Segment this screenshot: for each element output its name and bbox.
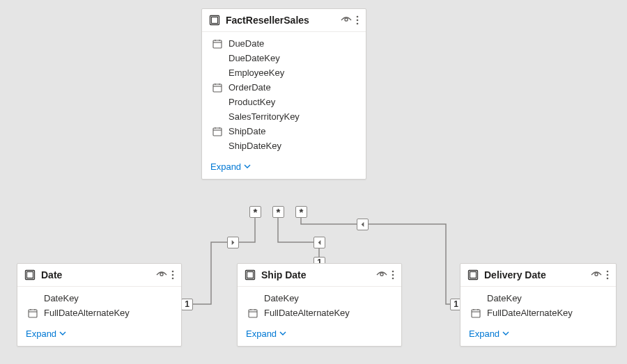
field-label: ShipDate [229,126,265,136]
field-row[interactable]: FullDateAlternateKey [17,306,181,320]
svg-rect-19 [27,272,33,278]
chevron-down-icon [502,329,509,339]
date-field-icon [212,39,223,49]
cardinality-many: * [295,206,307,218]
field-label: EmployeeKey [229,68,284,78]
expand-button[interactable]: Expand [246,329,286,339]
more-options-icon[interactable] [356,15,359,25]
field-row[interactable]: EmployeeKey [202,65,366,80]
svg-point-20 [160,273,163,276]
table-fact-reseller-sales[interactable]: FactResellerSales DueDate DueDateKey Emp… [201,8,366,180]
table-delivery-date[interactable]: Delivery Date DateKey FullDateAlternateK… [460,263,617,347]
svg-point-41 [607,271,609,273]
field-label: OrderDate [229,82,271,93]
field-label: FullDateAlternateKey [487,308,573,318]
table-icon [24,269,36,280]
expand-button[interactable]: Expand [469,329,509,339]
table-icon [209,15,220,26]
visibility-icon[interactable] [156,271,167,279]
field-label: ProductKey [229,97,275,107]
svg-rect-10 [213,84,222,92]
field-row[interactable]: ProductKey [202,95,366,109]
svg-rect-14 [213,128,222,136]
table-title: Delivery Date [484,269,585,280]
table-title: FactResellerSales [226,15,335,26]
svg-rect-29 [247,272,254,278]
table-icon [245,269,256,280]
field-label: FullDateAlternateKey [44,308,130,318]
field-list: DateKey FullDateAlternateKey [17,287,181,324]
more-options-icon[interactable] [171,270,174,280]
table-header[interactable]: FactResellerSales [202,9,366,32]
table-header[interactable]: Delivery Date [460,264,616,287]
field-label: FullDateAlternateKey [264,308,350,318]
svg-point-5 [357,23,359,25]
field-label: DueDate [229,38,264,49]
table-header[interactable]: Date [17,264,181,287]
field-label: DateKey [487,293,522,303]
svg-point-32 [392,274,394,276]
field-row[interactable]: OrderDate [202,80,366,95]
filter-direction-icon [314,237,325,248]
svg-point-22 [172,274,174,276]
field-row[interactable]: FullDateAlternateKey [238,306,401,320]
table-date[interactable]: Date DateKey FullDateAlternateKey Expand [17,263,182,347]
svg-point-31 [392,271,394,273]
date-field-icon [27,308,38,318]
field-row[interactable]: DateKey [17,291,181,306]
expand-button[interactable]: Expand [210,161,251,172]
table-title: Ship Date [261,269,371,280]
svg-point-23 [172,278,174,280]
svg-rect-1 [212,17,218,24]
visibility-icon[interactable] [341,16,352,24]
chevron-down-icon [244,161,251,172]
date-field-icon [212,83,223,93]
more-options-icon[interactable] [392,270,394,280]
cardinality-many: * [249,206,261,218]
field-row[interactable]: DueDate [202,36,366,51]
table-header[interactable]: Ship Date [238,264,401,287]
field-row[interactable]: DateKey [460,291,616,306]
chevron-down-icon [279,329,286,339]
svg-point-2 [345,18,348,21]
expand-button[interactable]: Expand [26,329,66,339]
field-list: DateKey FullDateAlternateKey [460,287,616,324]
svg-point-33 [392,278,394,280]
svg-point-40 [595,273,598,276]
field-label: DateKey [44,293,79,303]
table-title: Date [41,269,150,280]
svg-point-42 [607,274,609,276]
date-field-icon [470,308,481,318]
svg-rect-34 [249,310,257,317]
svg-point-43 [607,278,609,280]
svg-point-4 [357,19,359,22]
field-list: DateKey FullDateAlternateKey [238,287,401,324]
svg-point-30 [380,273,383,276]
visibility-icon[interactable] [591,271,602,279]
field-row[interactable]: FullDateAlternateKey [460,306,616,320]
table-icon [467,269,479,280]
table-ship-date[interactable]: Ship Date DateKey FullDateAlternateKey E… [237,263,402,347]
field-list: DueDate DueDateKey EmployeeKey OrderDate… [202,32,366,157]
cardinality-one: 1 [181,299,193,310]
svg-rect-24 [29,310,37,317]
field-label: SalesTerritoryKey [229,111,300,122]
chevron-down-icon [59,329,66,339]
more-options-icon[interactable] [606,270,609,280]
field-label: ShipDateKey [229,141,281,151]
field-row[interactable]: ShipDateKey [202,139,366,153]
svg-point-21 [172,271,174,273]
field-row[interactable]: SalesTerritoryKey [202,109,366,124]
visibility-icon[interactable] [376,271,387,279]
field-row[interactable]: DateKey [238,291,401,306]
filter-direction-icon [227,237,239,248]
field-label: DateKey [264,293,299,303]
svg-rect-6 [213,40,222,48]
date-field-icon [212,127,223,136]
field-label: DueDateKey [229,53,280,63]
field-row[interactable]: ShipDate [202,124,366,139]
svg-point-3 [357,16,359,18]
date-field-icon [247,308,258,318]
svg-rect-44 [472,310,480,317]
field-row[interactable]: DueDateKey [202,51,366,65]
